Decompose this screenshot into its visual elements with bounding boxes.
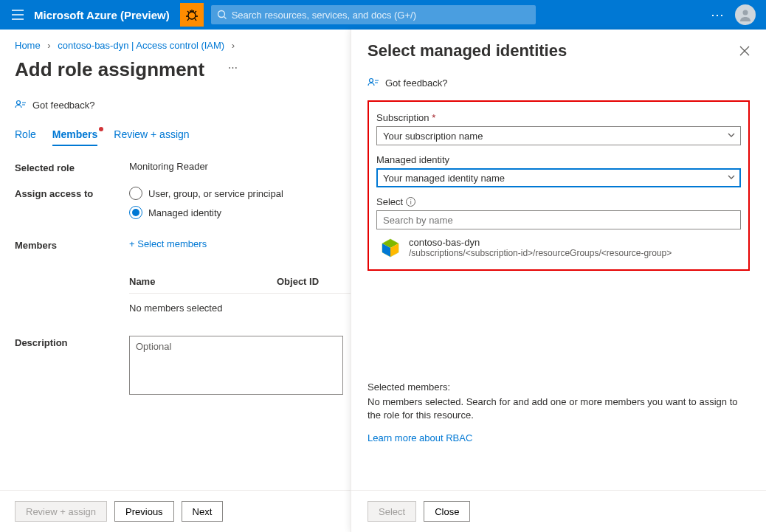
learn-rbac-link[interactable]: Learn more about RBAC — [368, 432, 472, 443]
chevron-down-icon — [727, 173, 736, 182]
tab-review[interactable]: Review + assign — [114, 128, 189, 146]
validation-dot-icon — [99, 127, 103, 131]
breadcrumb-home[interactable]: Home — [15, 40, 41, 51]
result-name: contoso-bas-dyn — [409, 237, 672, 248]
chevron-down-icon — [727, 131, 736, 139]
chevron-right-icon: › — [232, 40, 235, 51]
select-label: Select i — [376, 196, 741, 207]
feedback-icon — [368, 77, 379, 89]
user-avatar[interactable] — [735, 4, 756, 25]
svg-point-4 — [743, 10, 748, 15]
close-icon — [739, 46, 750, 56]
members-label: Members — [15, 238, 129, 251]
page-title: Add role assignment — [0, 54, 219, 81]
panel-close-button[interactable]: Close — [424, 501, 470, 522]
panel-footer: Select Close — [351, 490, 766, 532]
search-by-name-input[interactable] — [376, 210, 741, 229]
svg-point-6 — [370, 79, 373, 83]
tab-members[interactable]: Members — [52, 128, 97, 146]
page-more-button[interactable]: ⋯ — [228, 62, 238, 73]
tab-role[interactable]: Role — [15, 128, 36, 146]
subscription-label: Subscription * — [376, 112, 741, 123]
selected-role-label: Selected role — [15, 161, 129, 173]
resource-icon — [379, 237, 401, 259]
nav-menu-button[interactable] — [6, 3, 30, 27]
previous-button[interactable]: Previous — [114, 501, 174, 522]
svg-point-2 — [193, 10, 194, 12]
mi-select[interactable]: Your managed identity name — [376, 168, 741, 187]
selected-members-title: Selected members: — [368, 381, 750, 393]
radio-icon — [129, 187, 142, 200]
feedback-label: Got feedback? — [32, 100, 95, 111]
svg-point-0 — [188, 12, 196, 19]
breadcrumb-path[interactable]: contoso-bas-dyn | Access control (IAM) — [58, 40, 224, 51]
global-search[interactable] — [211, 5, 536, 24]
assign-access-label: Assign access to — [15, 187, 129, 199]
panel-select-button[interactable]: Select — [368, 501, 416, 522]
info-icon[interactable]: i — [406, 197, 415, 207]
svg-point-3 — [218, 11, 224, 18]
highlighted-region: Subscription * Your subscription name Ma… — [368, 100, 750, 271]
description-label: Description — [15, 336, 129, 348]
topbar: Microsoft Azure (Preview) ⋯ — [0, 0, 766, 30]
panel-title: Select managed identities — [368, 41, 567, 61]
search-icon — [217, 10, 227, 20]
global-search-input[interactable] — [232, 10, 530, 21]
svg-point-5 — [17, 101, 21, 105]
brand-label: Microsoft Azure (Preview) — [34, 9, 170, 21]
chevron-right-icon: › — [47, 40, 50, 51]
svg-point-1 — [190, 10, 191, 12]
feedback-icon — [15, 99, 27, 111]
bug-button[interactable] — [180, 3, 204, 27]
col-name: Name — [129, 276, 277, 287]
close-button[interactable] — [739, 46, 750, 56]
mi-label: Managed identity — [376, 154, 741, 165]
subscription-select[interactable]: Your subscription name — [376, 126, 741, 145]
select-mi-panel: Select managed identities Got feedback? … — [351, 30, 766, 532]
radio-icon — [129, 206, 142, 219]
more-button[interactable]: ⋯ — [711, 7, 725, 23]
panel-feedback-link[interactable]: Got feedback? — [351, 66, 766, 100]
mi-result-item[interactable]: contoso-bas-dyn /subscriptions/<subscrip… — [376, 229, 741, 259]
description-input[interactable] — [129, 336, 343, 395]
select-members-link[interactable]: Select members — [129, 238, 207, 249]
review-assign-button[interactable]: Review + assign — [15, 501, 107, 522]
next-button[interactable]: Next — [182, 501, 224, 522]
main-footer: Review + assign Previous Next — [0, 490, 351, 532]
selected-members-text: No members selected. Search for and add … — [368, 395, 750, 422]
result-path: /subscriptions/<subscription-id>/resourc… — [409, 248, 672, 258]
